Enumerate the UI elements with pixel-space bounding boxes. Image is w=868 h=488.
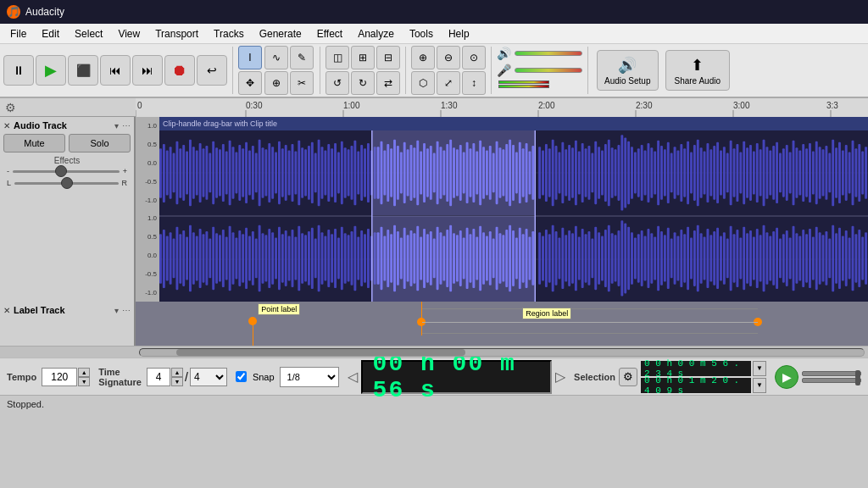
zoom-height-button[interactable]: ↕ [462,71,486,95]
gain-thumb[interactable] [55,165,67,177]
pencil-tool[interactable]: ✎ [290,46,314,69]
stop-button[interactable]: ⬛ [68,55,98,86]
copy-button[interactable]: ⊞ [351,46,375,69]
svg-rect-405 [739,238,742,280]
play-at-selection-button[interactable]: ▶ [775,365,798,389]
solo-button[interactable]: Solo [69,134,131,152]
menu-view[interactable]: View [111,26,147,42]
time-sig-num-up[interactable]: ▲ [171,368,183,377]
point-label[interactable]: Point label [253,302,253,346]
tempo-input[interactable] [42,368,77,386]
envelope-tool[interactable]: ∿ [264,46,288,69]
svg-rect-343 [531,231,534,286]
undo-button[interactable]: ↺ [326,71,349,95]
time-sig-den-select[interactable]: 4 8 16 [190,368,227,386]
menu-edit[interactable]: Edit [35,26,66,42]
menu-tools[interactable]: Tools [403,26,440,42]
zoom-sel-button[interactable]: ⬡ [411,71,435,95]
cut-button[interactable]: ◫ [326,46,349,69]
svg-rect-240 [196,236,198,280]
ibeam-tool[interactable]: I [238,46,262,69]
zoom-fit-button[interactable]: ⊙ [462,46,486,69]
playback-slider[interactable] [802,371,861,376]
svg-rect-41 [252,146,254,200]
playback-slider2[interactable] [802,378,861,383]
svg-rect-377 [647,229,649,288]
label-track-close[interactable]: ✕ [3,306,10,315]
share-audio-button[interactable]: ⬆ Share Audio [665,50,731,91]
menu-generate[interactable]: Generate [253,26,309,42]
menu-analyze[interactable]: Analyze [351,26,401,42]
label-track-menu[interactable]: ⋯ [122,306,131,315]
gain-row: - + [7,167,127,175]
svg-rect-106 [463,152,465,194]
tempo-up[interactable]: ▲ [78,368,90,377]
svg-rect-437 [845,230,848,286]
tempo-down[interactable]: ▼ [78,377,90,386]
svg-rect-383 [667,228,670,289]
label-track-collapse[interactable]: ▾ [114,306,119,315]
gain-slider[interactable] [13,170,120,173]
menu-effect[interactable]: Effect [310,26,349,42]
time-prev-button[interactable]: ◁ [348,369,358,385]
zoom-out-button[interactable]: ⊖ [437,46,460,69]
redo-button[interactable]: ↻ [351,71,375,95]
point-label-dot[interactable] [248,317,257,325]
scrollbar-thumb[interactable] [176,349,466,356]
ruler-settings-button[interactable]: ⚙ [0,98,20,117]
audio-track-content[interactable]: 1.0 0.5 0.0 -0.5 -1.0 1.0 0.5 0.0 -0.5 -… [136,117,868,302]
skip-start-button[interactable]: ⏮ [100,55,131,86]
pan-slider[interactable] [14,182,118,185]
menu-help[interactable]: Help [442,26,476,42]
zoom-width-button[interactable]: ⤢ [437,71,460,95]
audio-track-close[interactable]: ✕ [3,121,10,130]
snap-checkbox[interactable] [236,371,247,382]
pause-button[interactable]: ⏸ [3,55,34,86]
label-track-content[interactable]: Point label Region label [136,302,868,346]
record-button[interactable]: ⏺ [164,55,195,86]
svg-rect-187 [733,148,736,197]
loop-button[interactable]: ↩ [197,55,227,86]
svg-rect-290 [360,230,363,286]
horizontal-scrollbar[interactable] [139,348,865,357]
menu-transport[interactable]: Transport [148,26,205,42]
paste-button[interactable]: ⊟ [376,46,400,69]
sync-button[interactable]: ⇄ [376,71,400,95]
output-volume-bar[interactable] [515,51,582,56]
pan-thumb[interactable] [61,177,73,189]
sel-end-dropdown[interactable]: ▼ [753,378,766,393]
audio-track-collapse[interactable]: ▾ [114,121,119,130]
snap-dropdown[interactable]: 1/8 1/4 1/16 [280,367,339,387]
svg-rect-267 [285,230,287,286]
skip-end-button[interactable]: ⏭ [132,55,163,86]
mute-button[interactable]: Mute [3,134,65,152]
menu-select[interactable]: Select [68,26,109,42]
svg-rect-169 [674,147,676,199]
audio-setup-button[interactable]: 🔊 Audio Setup [597,50,659,91]
svg-rect-212 [815,141,818,204]
svg-rect-64 [327,144,330,202]
playback-thumb2[interactable] [855,377,860,385]
svg-rect-406 [743,227,745,290]
time-next-button[interactable]: ▷ [555,369,565,385]
region-label[interactable]: Region label [421,308,758,334]
snap-check-label[interactable]: Snap [236,371,275,382]
menu-file[interactable]: File [3,26,33,42]
play-button[interactable]: ▶ [36,55,66,86]
selection-settings-button[interactable]: ⚙ [619,368,637,386]
time-sig-num-down[interactable]: ▼ [171,377,183,386]
svg-rect-37 [238,145,241,201]
stretch-tool[interactable]: ✂ [290,71,314,95]
input-volume-bar[interactable] [515,68,582,73]
svg-rect-299 [387,230,389,287]
multi-tool[interactable]: ✥ [238,71,262,95]
clip-title-bar[interactable]: Clip-handle drag-bar with Clip title [159,117,868,130]
timeline-ruler[interactable]: ⚙ 0 0:30 1:00 1:30 2:00 2:30 3:00 3:3 [0,98,868,117]
audio-track-menu[interactable]: ⋯ [122,121,131,130]
sel-start-dropdown[interactable]: ▼ [753,361,766,376]
scrub-tool[interactable]: ⊕ [264,71,288,95]
time-sig-num-input[interactable] [147,368,170,386]
zoom-in-button[interactable]: ⊕ [411,46,435,69]
svg-rect-368 [617,230,620,286]
menu-tracks[interactable]: Tracks [207,26,251,42]
